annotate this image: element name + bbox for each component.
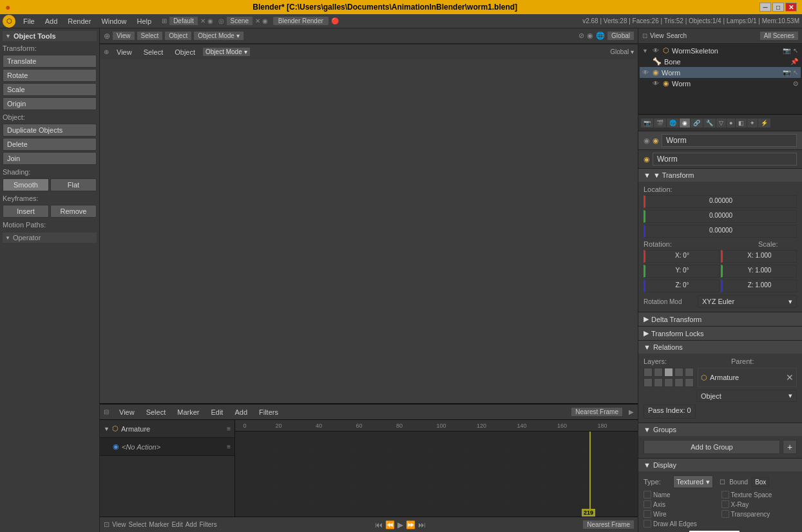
flat-button[interactable]: Flat bbox=[50, 178, 97, 191]
nla-expand-icon[interactable]: ▼ bbox=[104, 426, 110, 432]
transparency-checkbox-item[interactable]: Transparency bbox=[721, 510, 797, 518]
smooth-button[interactable]: Smooth bbox=[3, 178, 49, 191]
play-end-btn[interactable]: ⏭ bbox=[418, 520, 426, 529]
maximize-button[interactable]: □ bbox=[772, 3, 784, 12]
render-engine-selector[interactable]: Blender Render bbox=[273, 17, 329, 25]
nla-footer-add[interactable]: Add bbox=[186, 521, 197, 528]
outliner[interactable]: ▼ 👁 ⬡ WormSkeleton 📷 ↖ 🦴 Bone 📌 👁 ◉ bbox=[638, 44, 802, 115]
layer-cell-5[interactable] bbox=[685, 368, 694, 377]
bone-pin-icon[interactable]: 📌 bbox=[790, 58, 798, 65]
play-btn[interactable]: ▶ bbox=[397, 520, 403, 529]
outliner-render-icon[interactable]: 📷 bbox=[783, 47, 790, 54]
visibility-eye-icon[interactable]: 👁 bbox=[653, 47, 659, 54]
vp-footer-select[interactable]: Select bbox=[140, 44, 167, 59]
texture-space-checkbox[interactable] bbox=[721, 491, 729, 499]
wire-checkbox[interactable] bbox=[644, 510, 651, 518]
nla-right[interactable]: 0 20 40 60 80 100 120 140 160 180 bbox=[235, 420, 638, 517]
parent-clear-icon[interactable]: ✕ bbox=[786, 372, 794, 383]
nla-playback-icon[interactable]: ▶ bbox=[629, 408, 634, 415]
scale-x-field[interactable]: X: 1.000 bbox=[721, 250, 797, 263]
menu-help[interactable]: Help bbox=[132, 14, 157, 28]
props-icon-object[interactable]: ◉ bbox=[680, 119, 690, 128]
bound-type-dropdown[interactable]: Box bbox=[752, 477, 769, 487]
join-button[interactable]: Join bbox=[3, 152, 97, 165]
outliner-cursor-icon[interactable]: ↖ bbox=[793, 47, 798, 54]
nla-nearest-frame[interactable]: Nearest Frame bbox=[583, 520, 634, 529]
transform-section-header[interactable]: ▼ ▼ Transform bbox=[638, 169, 802, 182]
layer-cell-9[interactable] bbox=[674, 378, 683, 387]
worm-render-icon[interactable]: 📷 bbox=[783, 69, 790, 76]
nla-footer-edit[interactable]: Edit bbox=[171, 521, 182, 528]
worm-cursor-icon[interactable]: ↖ bbox=[793, 69, 798, 76]
layer-cell-2[interactable] bbox=[654, 368, 663, 377]
parent-type-dropdown[interactable]: Object ▾ bbox=[696, 390, 797, 402]
menu-file[interactable]: File bbox=[18, 14, 40, 28]
view-menu[interactable]: View bbox=[113, 32, 135, 40]
groups-header[interactable]: ▼ Groups bbox=[638, 423, 802, 436]
outliner-worm-selected[interactable]: 👁 ◉ Worm 📷 ↖ bbox=[640, 67, 801, 78]
nla-edit-menu[interactable]: Edit bbox=[207, 404, 227, 419]
duplicate-objects-button[interactable]: Duplicate Objects bbox=[3, 124, 97, 137]
draw-all-edges-item[interactable]: Draw All Edges bbox=[644, 520, 720, 527]
vp-footer-object[interactable]: Object bbox=[171, 44, 199, 59]
type-dropdown[interactable]: Textured ▾ bbox=[673, 475, 713, 488]
nla-select-menu[interactable]: Select bbox=[142, 404, 170, 419]
rot-z-field[interactable]: Z: 0° bbox=[644, 280, 720, 292]
play-next-btn[interactable]: ⏩ bbox=[406, 520, 415, 529]
xray-checkbox-item[interactable]: X-Ray bbox=[721, 500, 797, 508]
props-icon-constraint[interactable]: 🔗 bbox=[691, 119, 703, 128]
object-name-field[interactable]: Worm bbox=[662, 134, 797, 147]
name-checkbox[interactable] bbox=[644, 491, 651, 499]
texture-space-checkbox-item[interactable]: Texture Space bbox=[721, 491, 797, 499]
operator-header[interactable]: ▼ Operator bbox=[3, 233, 97, 243]
nla-footer-marker[interactable]: Marker bbox=[149, 521, 169, 528]
axis-checkbox-item[interactable]: Axis bbox=[644, 500, 720, 508]
menu-render[interactable]: Render bbox=[62, 14, 96, 28]
mode-selector[interactable]: Object Mode ▾ bbox=[194, 32, 243, 40]
outliner-bone[interactable]: 🦴 Bone 📌 bbox=[640, 56, 801, 67]
object-menu[interactable]: Object bbox=[165, 32, 191, 40]
viewport-solid-icon[interactable]: ◉ bbox=[587, 32, 593, 40]
nla-footer-select[interactable]: Select bbox=[129, 521, 147, 528]
play-start-btn[interactable]: ⏮ bbox=[375, 520, 383, 529]
titlebar-controls[interactable]: ─ □ ✕ bbox=[759, 3, 797, 12]
scene-selector[interactable]: Scene bbox=[227, 17, 253, 25]
rot-x-field[interactable]: X: 0° bbox=[644, 250, 720, 263]
nla-armature-options[interactable]: ≡ bbox=[227, 425, 231, 432]
nla-view-menu[interactable]: View bbox=[115, 404, 138, 419]
props-icon-modifier[interactable]: 🔧 bbox=[703, 119, 716, 128]
worm-eye-icon[interactable]: 👁 bbox=[642, 69, 649, 76]
blender-icon[interactable]: ⬡ bbox=[3, 15, 15, 28]
layer-cell-8[interactable] bbox=[664, 378, 673, 387]
viewport-global-icon[interactable]: 🌐 bbox=[596, 32, 605, 40]
xray-checkbox[interactable] bbox=[721, 500, 729, 508]
outliner-search-menu[interactable]: Search bbox=[667, 32, 687, 39]
worm-sub-eye-icon[interactable]: 👁 bbox=[653, 80, 659, 87]
name-checkbox-item[interactable]: Name bbox=[644, 491, 720, 499]
nla-play-icon[interactable]: ⊡ bbox=[104, 520, 110, 529]
delta-transform-header[interactable]: ▶ Delta Transform bbox=[638, 312, 802, 326]
minimize-button[interactable]: ─ bbox=[759, 3, 771, 12]
pass-index-btn[interactable]: Pass Index: 0 bbox=[644, 404, 696, 419]
outliner-wormskeleton[interactable]: ▼ 👁 ⬡ WormSkeleton 📷 ↖ bbox=[640, 45, 801, 56]
workspace-selector[interactable]: Default bbox=[169, 17, 198, 25]
transform-locks-header[interactable]: ▶ Transform Locks bbox=[638, 327, 802, 340]
viewport-persp-icon[interactable]: ⊘ bbox=[578, 32, 584, 40]
rot-y-field[interactable]: Y: 0° bbox=[644, 265, 720, 278]
draw-all-edges-checkbox[interactable] bbox=[644, 520, 651, 527]
close-button[interactable]: ✕ bbox=[785, 3, 797, 12]
nla-filters-menu[interactable]: Filters bbox=[255, 404, 282, 419]
outliner-worm-sub[interactable]: 👁 ◉ Worm ⊙ bbox=[640, 78, 801, 89]
nla-footer-view[interactable]: View bbox=[112, 521, 126, 528]
vp-mode-dropdown[interactable]: Object Mode ▾ bbox=[203, 48, 249, 56]
props-icon-scene[interactable]: 🎬 bbox=[654, 119, 666, 128]
display-header[interactable]: ▼ Display bbox=[638, 459, 802, 471]
add-to-group-button[interactable]: Add to Group bbox=[644, 440, 780, 454]
vp-global-selector[interactable]: Global ▾ bbox=[610, 48, 634, 55]
scenes-selector[interactable]: All Scenes bbox=[760, 32, 798, 40]
wire-checkbox-item[interactable]: Wire bbox=[644, 510, 720, 518]
relations-header[interactable]: ▼ Relations bbox=[638, 341, 802, 354]
layer-cell-6[interactable] bbox=[644, 378, 653, 387]
scale-z-field[interactable]: Z: 1.000 bbox=[721, 280, 797, 292]
layer-cell-1[interactable] bbox=[644, 368, 653, 377]
